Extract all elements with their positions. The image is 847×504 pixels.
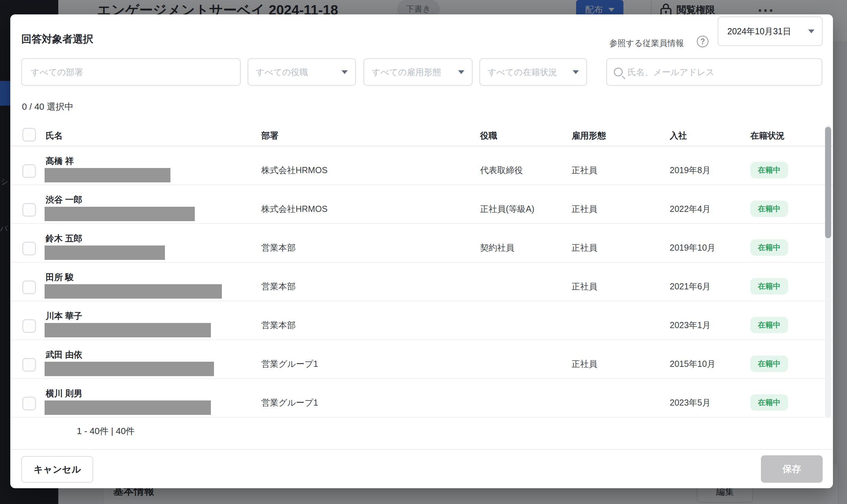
department-cell: 営業本部 <box>261 320 296 331</box>
reference-date-select[interactable]: 2024年10月31日 <box>718 16 823 46</box>
department-filter[interactable] <box>21 58 241 86</box>
column-header-employment: 雇用形態 <box>572 130 606 141</box>
employee-name: 鈴木 五郎 <box>46 233 82 244</box>
employee-name: 川本 華子 <box>46 310 82 322</box>
employment-type-filter[interactable]: すべての雇用形態 <box>363 58 473 86</box>
status-badge: 在籍中 <box>750 317 788 333</box>
redacted-email-bar <box>45 245 165 260</box>
search-field[interactable] <box>606 58 822 86</box>
table-row: 横川 則男 営業グループ1 2023年5月 在籍中 <box>10 379 833 418</box>
joined-cell: 2019年10月 <box>670 242 715 253</box>
column-header-joined: 入社 <box>670 130 687 141</box>
table-row: 川本 華子 営業本部 2023年1月 在籍中 <box>10 301 833 340</box>
department-cell: 株式会社HRMOS <box>261 203 327 215</box>
position-cell: 正社員(等級A) <box>480 203 534 215</box>
row-checkbox[interactable] <box>22 280 36 294</box>
column-header-status: 在籍状況 <box>750 130 785 141</box>
redacted-email-bar <box>45 207 195 221</box>
chevron-down-icon <box>342 70 348 74</box>
employee-name: 渋谷 一郎 <box>46 194 82 205</box>
row-checkbox[interactable] <box>22 242 36 255</box>
redacted-email-bar <box>45 323 211 337</box>
help-icon[interactable]: ? <box>697 36 708 47</box>
joined-cell: 2023年5月 <box>670 397 711 408</box>
joined-cell: 2023年1月 <box>670 320 711 331</box>
column-header-department: 部署 <box>261 130 278 141</box>
redacted-email-bar <box>45 400 211 415</box>
status-badge: 在籍中 <box>750 356 788 372</box>
table-row: 鈴木 五郎 営業本部 契約社員 正社員 2019年10月 在籍中 <box>10 224 833 263</box>
search-icon <box>614 68 623 76</box>
joined-cell: 2015年10月 <box>670 358 715 370</box>
column-header-position: 役職 <box>480 130 497 141</box>
position-cell: 契約社員 <box>480 242 514 253</box>
table-header: 氏名 部署 役職 雇用形態 入社 在籍状況 <box>10 125 833 146</box>
position-cell: 代表取締役 <box>480 165 523 176</box>
status-badge: 在籍中 <box>750 394 788 411</box>
employment-cell: 正社員 <box>572 358 597 370</box>
cancel-button[interactable]: キャンセル <box>21 456 93 483</box>
department-cell: 株式会社HRMOS <box>261 165 327 176</box>
employee-name: 髙橋 祥 <box>46 155 74 167</box>
selection-count: 0 / 40 選択中 <box>22 101 73 113</box>
table-row: 武田 由依 営業グループ1 正社員 2015年10月 在籍中 <box>10 340 833 379</box>
enrollment-status-filter[interactable]: すべての在籍状況 <box>479 58 587 86</box>
status-badge: 在籍中 <box>750 278 788 295</box>
redacted-email-bar <box>45 168 170 182</box>
respondent-table-body: 髙橋 祥 株式会社HRMOS 代表取締役 正社員 2019年8月 在籍中 渋谷 … <box>10 146 833 418</box>
employment-cell: 正社員 <box>572 165 597 176</box>
joined-cell: 2021年6月 <box>670 281 711 292</box>
scrollbar-thumb[interactable] <box>825 127 831 238</box>
status-badge: 在籍中 <box>750 162 788 178</box>
position-filter[interactable]: すべての役職 <box>248 58 356 86</box>
reference-info-label: 参照する従業員情報 <box>609 38 684 49</box>
table-row: 田所 駿 営業本部 正社員 2021年6月 在籍中 <box>10 263 833 301</box>
department-cell: 営業グループ1 <box>261 358 318 370</box>
reference-date-value: 2024年10月31日 <box>727 26 791 37</box>
row-checkbox[interactable] <box>22 397 36 410</box>
footer-divider <box>10 449 833 450</box>
department-filter-input[interactable] <box>31 59 231 85</box>
status-badge: 在籍中 <box>750 201 788 217</box>
position-filter-value: すべての役職 <box>256 67 308 78</box>
enrollment-status-filter-value: すべての在籍状況 <box>488 67 557 78</box>
joined-cell: 2019年8月 <box>670 165 711 176</box>
employment-cell: 正社員 <box>572 281 597 292</box>
select-all-checkbox[interactable] <box>22 128 36 142</box>
status-badge: 在籍中 <box>750 239 788 256</box>
employment-type-filter-value: すべての雇用形態 <box>372 67 441 78</box>
department-cell: 営業本部 <box>261 242 296 253</box>
table-row: 髙橋 祥 株式会社HRMOS 代表取締役 正社員 2019年8月 在籍中 <box>10 146 833 185</box>
column-header-name: 氏名 <box>46 130 63 141</box>
row-checkbox[interactable] <box>22 203 36 217</box>
search-input[interactable] <box>628 59 815 85</box>
joined-cell: 2022年4月 <box>670 203 711 215</box>
employment-cell: 正社員 <box>572 203 597 215</box>
row-checkbox[interactable] <box>22 319 36 333</box>
department-cell: 営業本部 <box>261 281 296 292</box>
employee-name: 横川 則男 <box>46 388 82 399</box>
table-row: 渋谷 一郎 株式会社HRMOS 正社員(等級A) 正社員 2022年4月 在籍中 <box>10 185 833 224</box>
employment-cell: 正社員 <box>572 242 597 253</box>
row-checkbox[interactable] <box>22 358 36 372</box>
scrollbar-track[interactable] <box>825 125 831 418</box>
pagination-info: 1 - 40件 | 40件 <box>77 425 135 437</box>
employee-name: 田所 駿 <box>46 272 74 283</box>
save-button[interactable]: 保存 <box>761 455 823 483</box>
chevron-down-icon <box>808 29 814 33</box>
redacted-email-bar <box>45 284 222 299</box>
modal-title: 回答対象者選択 <box>21 32 93 46</box>
row-checkbox[interactable] <box>22 164 36 178</box>
department-cell: 営業グループ1 <box>261 397 318 408</box>
chevron-down-icon <box>573 70 579 74</box>
chevron-down-icon <box>458 70 464 74</box>
employee-name: 武田 由依 <box>46 349 82 360</box>
redacted-email-bar <box>45 362 214 376</box>
respondent-selection-modal: 回答対象者選択 参照する従業員情報 ? 2024年10月31日 すべての役職 す… <box>10 14 833 488</box>
